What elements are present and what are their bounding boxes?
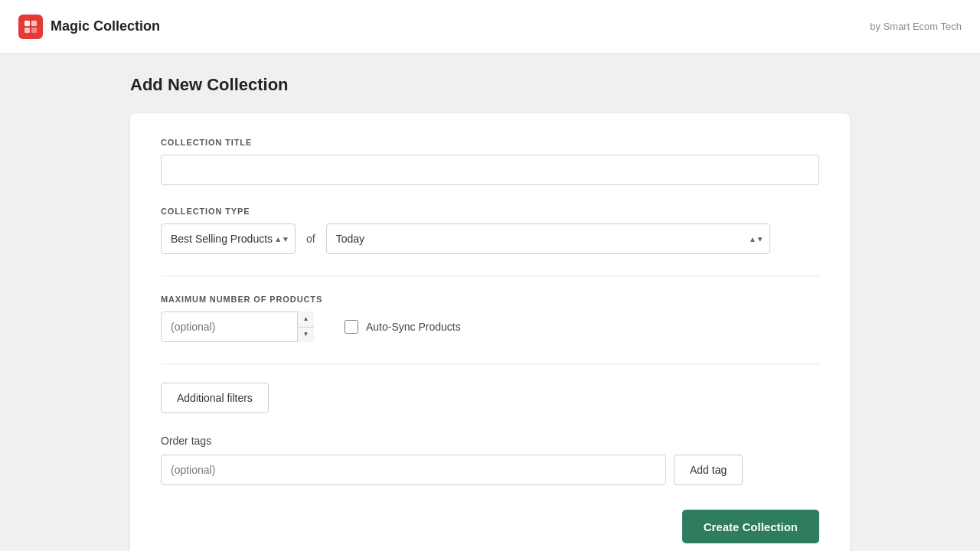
auto-sync-label: Auto-Sync Products	[366, 321, 461, 333]
page-title: Add New Collection	[130, 75, 850, 95]
collection-type-section: Collection Type Best Selling Products Ne…	[161, 207, 819, 254]
spinner-up-button[interactable]: ▲	[298, 311, 314, 328]
app-title: Magic Collection	[51, 18, 160, 34]
additional-filters-section: Additional filters	[161, 383, 819, 413]
header-left: Magic Collection	[18, 15, 160, 39]
add-tag-button[interactable]: Add tag	[674, 455, 743, 485]
auto-sync-checkbox[interactable]	[345, 320, 358, 334]
auto-sync-row: Auto-Sync Products	[345, 320, 461, 334]
app-logo-icon	[18, 15, 43, 39]
max-products-label: Maximum Number of Products	[161, 295, 819, 304]
max-products-input[interactable]	[161, 311, 314, 342]
of-separator: of	[303, 233, 318, 245]
additional-filters-button[interactable]: Additional filters	[161, 383, 269, 413]
collection-type-row: Best Selling Products New Arrivals Featu…	[161, 223, 819, 254]
collection-title-input[interactable]	[161, 155, 819, 185]
create-collection-button[interactable]: Create Collection	[682, 510, 819, 543]
collection-type-primary-wrapper: Best Selling Products New Arrivals Featu…	[161, 223, 296, 254]
collection-type-secondary-select[interactable]: Today This Week This Month This Year All…	[326, 223, 770, 254]
create-btn-row: Create Collection	[161, 510, 819, 543]
header-byline: by Smart Ecom Tech	[870, 21, 962, 32]
max-products-input-wrapper: ▲ ▼	[161, 311, 314, 342]
divider-2	[161, 364, 819, 364]
divider-1	[161, 276, 819, 276]
collection-type-primary-select[interactable]: Best Selling Products New Arrivals Featu…	[161, 223, 296, 254]
main-content: Add New Collection Collection Title Coll…	[0, 54, 980, 551]
order-tags-label: Order tags	[161, 435, 819, 447]
collection-title-section: Collection Title	[161, 138, 819, 185]
max-products-section: Maximum Number of Products ▲ ▼ Auto-Sync…	[161, 295, 819, 342]
svg-rect-2	[24, 28, 30, 33]
svg-rect-3	[31, 28, 37, 33]
number-spinners: ▲ ▼	[297, 311, 314, 342]
max-products-row: ▲ ▼ Auto-Sync Products	[161, 311, 819, 342]
svg-rect-0	[24, 21, 30, 26]
order-tags-section: Order tags Add tag	[161, 435, 819, 485]
form-card: Collection Title Collection Type Best Se…	[130, 113, 850, 551]
spinner-down-button[interactable]: ▼	[298, 328, 314, 343]
svg-rect-1	[31, 21, 37, 26]
app-header: Magic Collection by Smart Ecom Tech	[0, 0, 980, 54]
order-tags-input[interactable]	[161, 455, 666, 485]
order-tags-row: Add tag	[161, 455, 819, 485]
collection-type-secondary-wrapper: Today This Week This Month This Year All…	[326, 223, 770, 254]
collection-title-label: Collection Title	[161, 138, 819, 147]
collection-type-label: Collection Type	[161, 207, 819, 216]
